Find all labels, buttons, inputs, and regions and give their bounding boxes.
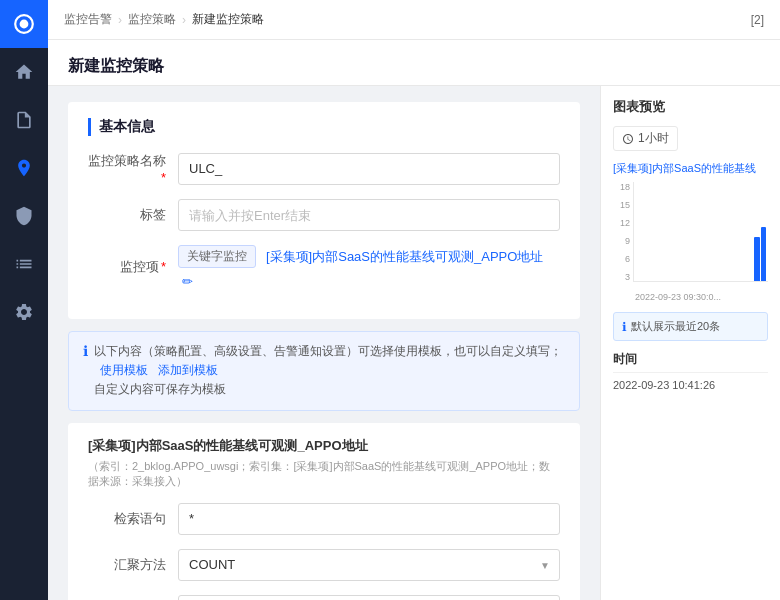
sub-section-title: [采集项]内部SaaS的性能基线可观测_APPO地址	[88, 437, 560, 455]
add-template-link[interactable]: 添加到模板	[158, 361, 218, 380]
chart-y-axis: 18 15 12 9 6 3	[613, 182, 633, 282]
right-panel: 图表预览 1小时 [采集项]内部SaaS的性能基线 18 15 12 9 6 3	[600, 86, 780, 600]
info-tip-links: 使用模板 添加到模板	[100, 361, 218, 380]
breadcrumb-sep2: ›	[182, 13, 186, 27]
chart-preview-title: 图表预览	[613, 98, 768, 116]
y-label-3: 3	[625, 272, 630, 282]
name-label: 监控策略名称	[88, 152, 178, 185]
agg-cycle-select[interactable]: 1min 5min 15min 30min 1hour	[178, 595, 560, 600]
sidebar-item-settings[interactable]	[0, 288, 48, 336]
y-label-9: 9	[625, 236, 630, 246]
svg-point-1	[20, 20, 29, 29]
header-right-badge: [2]	[751, 13, 764, 27]
sidebar-item-shield[interactable]	[0, 192, 48, 240]
y-label-15: 15	[620, 200, 630, 210]
time-section-title: 时间	[613, 351, 768, 373]
info-tip-sub-text: 自定义内容可保存为模板	[94, 382, 226, 396]
main-area: 监控告警 › 监控策略 › 新建监控策略 [2] 新建监控策略 基本信息 监控策…	[48, 0, 780, 600]
chart-info-text: 默认展示最近20条	[631, 319, 720, 334]
sidebar-item-document[interactable]	[0, 96, 48, 144]
monitor-tag: 关键字监控	[178, 245, 256, 268]
breadcrumb-sep1: ›	[118, 13, 122, 27]
sidebar-item-monitor[interactable]	[0, 144, 48, 192]
sidebar-item-list[interactable]	[0, 240, 48, 288]
info-tip-text: 以下内容（策略配置、高级设置、告警通知设置）可选择使用模板，也可以自定义填写； …	[94, 342, 565, 400]
form-area: 基本信息 监控策略名称 标签 监控项 关键字监控 [采集项]内部SaaS的性	[48, 86, 600, 600]
monitor-link[interactable]: [采集项]内部SaaS的性能基线可观测_APPO地址	[266, 248, 543, 266]
content-area: 基本信息 监控策略名称 标签 监控项 关键字监控 [采集项]内部SaaS的性	[48, 86, 780, 600]
breadcrumb: 监控告警 › 监控策略 › 新建监控策略	[64, 11, 264, 28]
time-selector[interactable]: 1小时	[613, 126, 678, 151]
chart-bars-area	[633, 182, 768, 282]
tag-row: 标签	[88, 199, 560, 231]
sub-section-card: [采集项]内部SaaS的性能基线可观测_APPO地址 （索引：2_bklog.A…	[68, 423, 580, 600]
breadcrumb-level2[interactable]: 监控策略	[128, 11, 176, 28]
agg-method-row: 汇聚方法 COUNT SUM AVG MIN MAX ▼	[88, 549, 560, 581]
chart-bar-tall	[754, 237, 759, 282]
agg-method-select[interactable]: COUNT SUM AVG MIN MAX	[178, 549, 560, 581]
time-selector-label: 1小时	[638, 130, 669, 147]
chart-info-box: ℹ 默认展示最近20条	[613, 312, 768, 341]
header: 监控告警 › 监控策略 › 新建监控策略 [2]	[48, 0, 780, 40]
sidebar	[0, 0, 48, 600]
tag-label: 标签	[88, 206, 178, 224]
y-label-18: 18	[620, 182, 630, 192]
monitor-item-row: 监控项 关键字监控 [采集项]内部SaaS的性能基线可观测_APPO地址 ✏	[88, 245, 560, 289]
agg-method-select-wrapper: COUNT SUM AVG MIN MAX ▼	[178, 549, 560, 581]
info-icon: ℹ	[83, 343, 88, 359]
agg-cycle-select-wrapper: 1min 5min 15min 30min 1hour ▼	[178, 595, 560, 600]
breadcrumb-level1[interactable]: 监控告警	[64, 11, 112, 28]
time-value: 2022-09-23 10:41:26	[613, 379, 768, 391]
chart-label: [采集项]内部SaaS的性能基线	[613, 161, 768, 176]
chart-x-label: 2022-09-23 09:30:0...	[633, 292, 768, 302]
info-circle-icon: ℹ	[622, 320, 627, 334]
query-input[interactable]	[178, 503, 560, 535]
edit-icon[interactable]: ✏	[182, 274, 193, 289]
use-template-link[interactable]: 使用模板	[100, 361, 148, 380]
sidebar-logo	[0, 0, 48, 48]
monitor-item-label: 监控项	[88, 258, 178, 276]
tag-input[interactable]	[178, 199, 560, 231]
page-title: 新建监控策略	[68, 57, 164, 74]
chart-bar-tallest	[761, 227, 766, 281]
page-title-bar: 新建监控策略	[48, 40, 780, 86]
sidebar-item-home[interactable]	[0, 48, 48, 96]
agg-method-label: 汇聚方法	[88, 556, 178, 574]
agg-cycle-row: 汇聚周期 1min 5min 15min 30min 1hour ▼	[88, 595, 560, 600]
basic-info-card: 基本信息 监控策略名称 标签 监控项 关键字监控 [采集项]内部SaaS的性	[68, 102, 580, 319]
chart-container: 18 15 12 9 6 3	[613, 182, 768, 302]
basic-info-title: 基本信息	[88, 118, 560, 136]
sub-section-desc: （索引：2_bklog.APPO_uwsgi；索引集：[采集项]内部SaaS的性…	[88, 459, 560, 489]
breadcrumb-level3: 新建监控策略	[192, 11, 264, 28]
y-label-12: 12	[620, 218, 630, 228]
query-label: 检索语句	[88, 510, 178, 528]
query-row: 检索语句	[88, 503, 560, 535]
name-input[interactable]	[178, 153, 560, 185]
y-label-6: 6	[625, 254, 630, 264]
info-tip: ℹ 以下内容（策略配置、高级设置、告警通知设置）可选择使用模板，也可以自定义填写…	[68, 331, 580, 411]
info-tip-main-text: 以下内容（策略配置、高级设置、告警通知设置）可选择使用模板，也可以自定义填写；	[94, 344, 562, 358]
name-row: 监控策略名称	[88, 152, 560, 185]
